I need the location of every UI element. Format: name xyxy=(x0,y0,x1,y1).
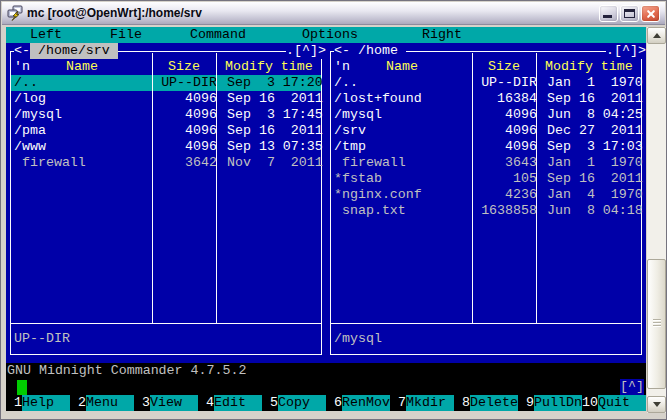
file-size: UP--DIR xyxy=(151,75,217,91)
fkey-6-renmov[interactable]: 6RenMov xyxy=(326,395,390,411)
file-row[interactable]: /mysql4096Jun 8 04:25 xyxy=(331,107,641,123)
window-title: mc [root@OpenWrt]:/home/srv xyxy=(27,6,202,20)
fkey-label: Delete xyxy=(470,395,518,411)
fkey-number: 1 xyxy=(6,395,22,411)
file-row[interactable]: /..UP--DIRJan 1 1970 xyxy=(331,75,641,91)
menu-item-options[interactable]: Options xyxy=(302,27,358,43)
file-name: /mysql xyxy=(14,107,62,123)
fkey-10-quit[interactable]: 10Quit xyxy=(582,395,646,411)
fkey-number: 6 xyxy=(326,395,342,411)
right-panel-nav-arrow[interactable]: <- xyxy=(334,43,350,59)
fkey-number: 9 xyxy=(518,395,534,411)
left-panel-column-header-size: Size xyxy=(168,59,200,75)
fkey-number: 4 xyxy=(198,395,214,411)
file-row[interactable]: firewall3642Nov 7 2011 xyxy=(11,155,321,171)
file-row[interactable]: /srv4096Dec 27 2011 xyxy=(331,123,641,139)
right-panel-mini-status: /mysql xyxy=(334,331,382,347)
menu-bar: LeftFileCommandOptionsRight xyxy=(6,27,646,43)
menu-item-left[interactable]: Left xyxy=(30,27,62,43)
fkey-number: 7 xyxy=(390,395,406,411)
minimize-button[interactable] xyxy=(599,5,618,22)
command-line[interactable]: [^] xyxy=(6,379,646,395)
file-row[interactable]: snap.txt1638858Jun 8 04:18 xyxy=(331,203,641,219)
file-name: /.. xyxy=(334,75,358,91)
right-panel-mini-status-separator xyxy=(331,323,641,324)
fkey-label: Quit xyxy=(598,395,646,411)
right-panel-size-mtime-separator xyxy=(536,53,537,323)
file-name: /www xyxy=(14,139,46,155)
scrollbar[interactable] xyxy=(647,27,666,413)
scroll-up-button[interactable] xyxy=(647,27,666,44)
file-row[interactable]: /mysql4096Sep 3 17:45 xyxy=(11,107,321,123)
file-size: 4236 xyxy=(471,187,537,203)
left-panel-mini-status: UP--DIR xyxy=(14,331,70,347)
left-panel-mini-status-separator xyxy=(11,323,321,324)
left-panel-column-header-name: Name xyxy=(66,59,98,75)
file-mtime: Dec 27 2011 xyxy=(547,123,643,139)
file-row[interactable]: /tmp4096Sep 3 17:03 xyxy=(331,139,641,155)
fkey-3-view[interactable]: 3View xyxy=(134,395,198,411)
fkey-9-pulldn[interactable]: 9PullDn xyxy=(518,395,582,411)
left-panel-sort-indicator: 'n xyxy=(14,59,30,75)
file-row[interactable]: /www4096Sep 13 07:35 xyxy=(11,139,321,155)
close-button[interactable] xyxy=(641,5,660,22)
arrow-up-icon xyxy=(653,33,661,38)
file-row[interactable]: *nginx.conf4236Jan 4 1970 xyxy=(331,187,641,203)
file-mtime: Sep 3 17:45 xyxy=(227,107,323,123)
function-key-bar: 1Help2Menu3View4Edit5Copy6RenMov7Mkdir8D… xyxy=(6,395,646,411)
file-row[interactable]: /log4096Sep 16 2011 xyxy=(11,91,321,107)
scrollbar-thumb[interactable] xyxy=(647,259,666,389)
fkey-label: View xyxy=(150,395,198,411)
file-size: 4096 xyxy=(151,107,217,123)
file-mtime: Jan 1 1970 xyxy=(547,75,643,91)
right-panel-path[interactable]: /home xyxy=(350,43,406,59)
file-mtime: Jun 8 04:18 xyxy=(547,203,643,219)
fkey-label: Mkdir xyxy=(406,395,454,411)
file-name: /.. xyxy=(14,75,38,91)
file-size: 4096 xyxy=(471,139,537,155)
putty-app-icon xyxy=(7,5,23,21)
menu-item-file[interactable]: File xyxy=(110,27,142,43)
left-panel-size-mtime-separator xyxy=(216,53,217,323)
file-row[interactable]: firewall3643Jan 1 1970 xyxy=(331,155,641,171)
file-row[interactable]: *fstab105Sep 16 2011 xyxy=(331,171,641,187)
terminal-screen: LeftFileCommandOptionsRight <- /home/srv… xyxy=(6,27,646,411)
terminal-cursor xyxy=(17,380,27,395)
file-name: firewall xyxy=(14,155,86,171)
right-panel-column-header-name: Name xyxy=(386,59,418,75)
history-badge[interactable]: [^] xyxy=(620,379,644,395)
fkey-number: 5 xyxy=(262,395,278,411)
menu-item-right[interactable]: Right xyxy=(422,27,462,43)
file-name: snap.txt xyxy=(334,203,406,219)
file-name: *fstab xyxy=(334,171,382,187)
file-size: 3642 xyxy=(151,155,217,171)
file-name: /lost+found xyxy=(334,91,422,107)
file-row[interactable]: /lost+found16384Sep 16 2011 xyxy=(331,91,641,107)
left-panel-path[interactable]: /home/srv xyxy=(30,43,118,59)
fkey-7-mkdir[interactable]: 7Mkdir xyxy=(390,395,454,411)
right-panel-history-button[interactable]: .[^]> xyxy=(606,43,646,59)
maximize-button[interactable] xyxy=(620,5,639,22)
file-row[interactable]: /pma4096Sep 16 2011 xyxy=(11,123,321,139)
fkey-label: Edit xyxy=(214,395,262,411)
titlebar[interactable]: mc [root@OpenWrt]:/home/srv xyxy=(2,2,665,25)
fkey-2-menu[interactable]: 2Menu xyxy=(70,395,134,411)
scroll-down-button[interactable] xyxy=(647,396,666,413)
file-mtime: Jun 8 04:25 xyxy=(547,107,643,123)
fkey-4-edit[interactable]: 4Edit xyxy=(198,395,262,411)
fkey-5-copy[interactable]: 5Copy xyxy=(262,395,326,411)
menu-item-command[interactable]: Command xyxy=(190,27,246,43)
fkey-8-delete[interactable]: 8Delete xyxy=(454,395,518,411)
right-panel-sort-indicator: 'n xyxy=(334,59,350,75)
file-row[interactable]: /..UP--DIRSep 3 17:20 xyxy=(11,75,321,91)
file-size: 16384 xyxy=(471,91,537,107)
left-panel-nav-arrow[interactable]: <- xyxy=(14,43,30,59)
left-panel-name-size-separator xyxy=(152,53,153,323)
fkey-label: RenMov xyxy=(342,395,390,411)
app-window: mc [root@OpenWrt]:/home/srv LeftFileComm… xyxy=(0,0,667,420)
right-panel-name-size-separator xyxy=(472,53,473,323)
fkey-1-help[interactable]: 1Help xyxy=(6,395,70,411)
minimize-icon xyxy=(603,15,612,18)
fkey-label: PullDn xyxy=(534,395,582,411)
left-panel-history-button[interactable]: .[^]> xyxy=(286,43,326,59)
